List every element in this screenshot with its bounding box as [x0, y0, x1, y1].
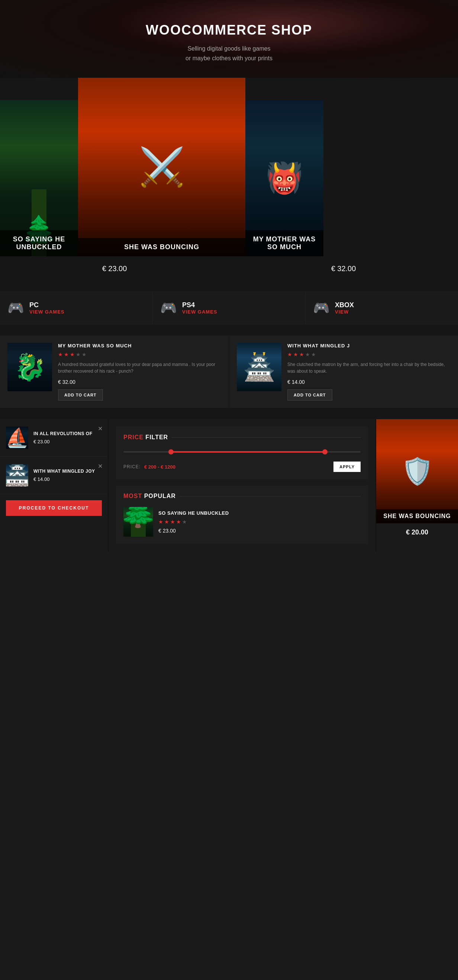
cart-column: IN ALL REVOLUTIONS OF € 23.00 ✕ WITH WHA…	[0, 419, 108, 552]
popular-stars-1: ★ ★ ★ ★ ★	[158, 519, 229, 525]
page-title: WOOCOMMERCE SHOP	[8, 22, 450, 38]
right-product-price: € 20.00	[376, 523, 458, 541]
filter-column: PRICE FILTER PRICE: € 200 - € 1200	[108, 419, 375, 552]
filter-divider	[172, 438, 361, 438]
platform-pc[interactable]: 🎮 PC VIEW GAMES	[0, 292, 153, 324]
platform-xbox-name: XBOX	[335, 301, 354, 309]
price-thumb-right[interactable]	[322, 449, 328, 455]
hero-section: WOOCOMMERCE SHOP Selling digital goods l…	[0, 0, 458, 78]
right-product-image[interactable]: SHE WAS BOUNCING	[376, 419, 458, 523]
featured-row: SO SAYING HE UNBUCKLED SHE WAS BOUNCING …	[0, 78, 458, 256]
platform-pc-link[interactable]: VIEW GAMES	[29, 309, 65, 315]
product-price-1: € 32.00	[58, 379, 221, 385]
checkout-button[interactable]: PROCEED TO CHECKOUT	[6, 500, 102, 516]
featured-card-left[interactable]: SO SAYING HE UNBUCKLED	[0, 100, 78, 256]
xbox-icon: 🎮	[313, 300, 330, 316]
featured-price-left: € 23.00	[102, 260, 127, 273]
price-apply-button[interactable]: APPLY	[334, 461, 361, 472]
add-to-cart-button-2[interactable]: ADD TO CART	[287, 390, 332, 401]
products-grid: MY MOTHER WAS SO MUCH ★ ★ ★ ★ ★ A hundre…	[0, 324, 458, 419]
popular-price-1: € 23.00	[158, 528, 229, 534]
cart-item-1: IN ALL REVOLUTIONS OF € 23.00 ✕	[0, 419, 108, 457]
cart-item-2: WITH WHAT MINGLED JOY € 14.00 ✕	[0, 457, 108, 494]
cart-item-price-2: € 14.00	[33, 476, 95, 482]
product-title-1: MY MOTHER WAS SO MUCH	[58, 343, 221, 348]
cart-item-price-1: € 23.00	[33, 439, 92, 444]
cart-item-image-1	[6, 426, 28, 449]
product-desc-1: A hundred thousand grateful loves to you…	[58, 361, 221, 374]
featured-price-right: € 32.00	[331, 260, 356, 273]
cart-remove-button-1[interactable]: ✕	[98, 425, 103, 432]
price-thumb-left[interactable]	[169, 449, 173, 455]
platform-ps4-name: PS4	[182, 301, 218, 309]
cart-item-image-2	[6, 464, 28, 487]
cart-item-title-2: WITH WHAT MINGLED JOY	[33, 469, 95, 474]
right-product-column: SHE WAS BOUNCING € 20.00	[376, 419, 458, 552]
platform-xbox-link[interactable]: VIEW	[335, 309, 354, 315]
product-stars-1: ★ ★ ★ ★ ★	[58, 352, 221, 357]
featured-section: SO SAYING HE UNBUCKLED SHE WAS BOUNCING …	[0, 78, 458, 291]
featured-card-right[interactable]: MY MOTHER WAS SO MUCH	[245, 100, 323, 256]
pc-icon: 🎮	[8, 300, 24, 316]
price-range-slider[interactable]	[123, 448, 361, 456]
platform-xbox[interactable]: 🎮 XBOX VIEW	[305, 292, 458, 324]
product-stars-2: ★ ★ ★ ★ ★	[287, 352, 450, 357]
product-image-2[interactable]	[237, 343, 281, 391]
product-card-2: WITH WHAT MINGLED J ★ ★ ★ ★ ★ She clutch…	[229, 336, 458, 408]
add-to-cart-button-1[interactable]: ADD TO CART	[58, 390, 103, 401]
platform-pc-name: PC	[29, 301, 65, 309]
popular-section: MOST POPULAR SO SAYING HE UNBUCKLED ★ ★ …	[116, 485, 368, 544]
ps4-icon: 🎮	[160, 300, 177, 316]
featured-label-center: SHE WAS BOUNCING	[78, 238, 245, 256]
popular-divider	[180, 496, 361, 496]
price-values: € 200 - € 1200	[144, 464, 175, 470]
cart-remove-button-2[interactable]: ✕	[98, 463, 103, 470]
price-filter-section: PRICE FILTER PRICE: € 200 - € 1200	[116, 426, 368, 479]
product-card-1: MY MOTHER WAS SO MUCH ★ ★ ★ ★ ★ A hundre…	[0, 336, 229, 408]
platforms-section: 🎮 PC VIEW GAMES 🎮 PS4 VIEW GAMES 🎮 XBOX …	[0, 291, 458, 324]
popular-title: MOST POPULAR	[123, 493, 176, 500]
featured-image-center	[78, 78, 245, 256]
bottom-section: IN ALL REVOLUTIONS OF € 23.00 ✕ WITH WHA…	[0, 419, 458, 552]
price-label: PRICE:	[123, 464, 140, 469]
popular-item-1[interactable]: SO SAYING HE UNBUCKLED ★ ★ ★ ★ ★ € 23.00	[123, 507, 361, 537]
right-product-label: SHE WAS BOUNCING	[376, 509, 458, 523]
product-image-1[interactable]	[8, 343, 52, 391]
product-price-2: € 14.00	[287, 379, 450, 385]
price-range-fill	[171, 451, 325, 453]
popular-name-1: SO SAYING HE UNBUCKLED	[158, 510, 229, 516]
hero-subtitle: Selling digital goods like games or mayb…	[8, 44, 450, 63]
cart-item-title-1: IN ALL REVOLUTIONS OF	[33, 431, 92, 437]
price-filter-title: PRICE FILTER	[123, 434, 168, 441]
platform-ps4[interactable]: 🎮 PS4 VIEW GAMES	[153, 292, 305, 324]
featured-card-center[interactable]: SHE WAS BOUNCING	[78, 78, 245, 256]
product-desc-2: She clutched the matron by the arm, and …	[287, 361, 450, 374]
featured-label-left: SO SAYING HE UNBUCKLED	[0, 230, 78, 256]
featured-label-right: MY MOTHER WAS SO MUCH	[245, 230, 323, 256]
product-title-2: WITH WHAT MINGLED J	[287, 343, 450, 348]
platform-ps4-link[interactable]: VIEW GAMES	[182, 309, 218, 315]
popular-image-1	[123, 507, 153, 537]
